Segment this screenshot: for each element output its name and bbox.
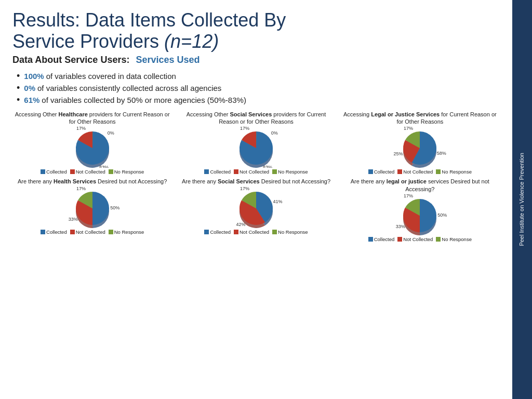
chart-svg-3: 50%33%17% (64, 187, 121, 228)
chart-cell-5: Are there any legal or justice services … (340, 178, 500, 242)
chart-cell-3: Are there any Health Services Desired bu… (12, 178, 172, 242)
bullet-3: 61% of variables collected by 50% or mor… (17, 95, 500, 105)
chart-svg-1: 0%83%17% (228, 126, 285, 168)
chart-cell-4: Are there any Social Services Desired bu… (176, 178, 336, 242)
legend-item: Collected (41, 169, 67, 175)
legend-item: Collected (204, 229, 231, 235)
legend-item: No Response (109, 169, 144, 175)
svg-text:17%: 17% (404, 126, 413, 131)
chart-cell-1: Accessing Other Social Services provider… (176, 111, 336, 175)
chart-title-4: Are there any Social Services Desired bu… (182, 178, 330, 185)
svg-text:58%: 58% (437, 151, 446, 156)
bullet-1: 100% of variables covered in data collec… (17, 71, 500, 82)
subtitle-label: Data About Service Users: (12, 55, 129, 65)
svg-text:41%: 41% (273, 199, 282, 204)
legend-item: No Response (272, 169, 308, 175)
svg-text:50%: 50% (110, 205, 119, 210)
legend-item: No Response (436, 169, 472, 175)
legend-2: CollectedNot CollectedNo Response (368, 169, 472, 175)
sidebar: Peel Institute on Violence Prevention (512, 0, 532, 399)
pie-container-4: 41%42%17% (228, 187, 285, 228)
subtitle-row: Data About Service Users: Services Used (12, 55, 500, 65)
main-content: Results: Data Items Collected By Service… (0, 0, 512, 399)
pie-container-2: 58%25%17% (391, 126, 448, 168)
svg-text:33%: 33% (68, 217, 77, 222)
chart-cell-2: Accessing Legal or Justice Services for … (340, 111, 500, 175)
svg-text:83%: 83% (99, 165, 109, 168)
legend-item: Not Collected (70, 169, 105, 175)
legend-item: No Response (109, 229, 144, 235)
pie-container-5: 50%33%17% (391, 194, 448, 235)
legend-0: CollectedNot CollectedNo Response (41, 169, 144, 175)
pie-container-1: 0%83%17% (228, 126, 285, 168)
legend-item: Collected (204, 169, 231, 175)
bullet-list: 100% of variables covered in data collec… (12, 71, 500, 105)
chart-svg-0: 0%83%17% (64, 126, 121, 168)
legend-5: CollectedNot CollectedNo Response (368, 236, 472, 242)
page-title: Results: Data Items Collected By Service… (12, 9, 500, 52)
pct-0: 0% (24, 84, 35, 92)
legend-item: Collected (368, 169, 395, 175)
svg-text:0%: 0% (271, 131, 278, 136)
pie-container-3: 50%33%17% (64, 187, 121, 228)
chart-title-1: Accessing Other Social Services provider… (176, 111, 336, 126)
pct-100: 100% (24, 72, 44, 81)
legend-item: Collected (41, 229, 67, 235)
legend-1: CollectedNot CollectedNo Response (204, 169, 308, 175)
svg-text:42%: 42% (236, 222, 245, 227)
svg-text:33%: 33% (396, 224, 405, 229)
svg-text:25%: 25% (394, 152, 403, 157)
chart-svg-5: 50%33%17% (391, 194, 448, 235)
svg-text:0%: 0% (107, 131, 114, 136)
chart-title-5: Are there any legal or justice services … (340, 178, 500, 193)
legend-item: Not Collected (397, 236, 433, 242)
legend-item: Not Collected (234, 169, 269, 175)
legend-item: Not Collected (397, 169, 433, 175)
svg-text:17%: 17% (240, 126, 249, 131)
chart-title-2: Accessing Legal or Justice Services for … (340, 111, 500, 126)
bullet-2: 0% of variables consistently collected a… (17, 83, 500, 94)
legend-item: Not Collected (234, 229, 269, 235)
svg-text:17%: 17% (240, 187, 249, 191)
legend-3: CollectedNot CollectedNo Response (41, 229, 144, 235)
svg-text:17%: 17% (76, 187, 86, 191)
legend-item: No Response (272, 229, 308, 235)
chart-svg-4: 41%42%17% (228, 187, 285, 228)
pct-61: 61% (24, 96, 39, 104)
charts-grid: Accessing Other Healthcare providers for… (12, 111, 500, 242)
svg-text:50%: 50% (438, 212, 447, 218)
sidebar-text: Peel Institute on Violence Prevention (518, 153, 526, 246)
chart-title-0: Accessing Other Healthcare providers for… (12, 111, 172, 126)
chart-svg-2: 58%25%17% (391, 126, 448, 168)
svg-text:17%: 17% (404, 194, 413, 198)
pie-container-0: 0%83%17% (64, 126, 121, 168)
legend-item: Collected (368, 236, 395, 242)
legend-item: No Response (436, 236, 472, 242)
svg-text:17%: 17% (76, 126, 86, 131)
subtitle-value: Services Used (136, 55, 200, 65)
chart-title-3: Are there any Health Services Desired bu… (18, 178, 167, 185)
svg-text:83%: 83% (263, 165, 272, 168)
chart-cell-0: Accessing Other Healthcare providers for… (12, 111, 172, 175)
legend-item: Not Collected (70, 229, 105, 235)
legend-4: CollectedNot CollectedNo Response (204, 229, 308, 235)
